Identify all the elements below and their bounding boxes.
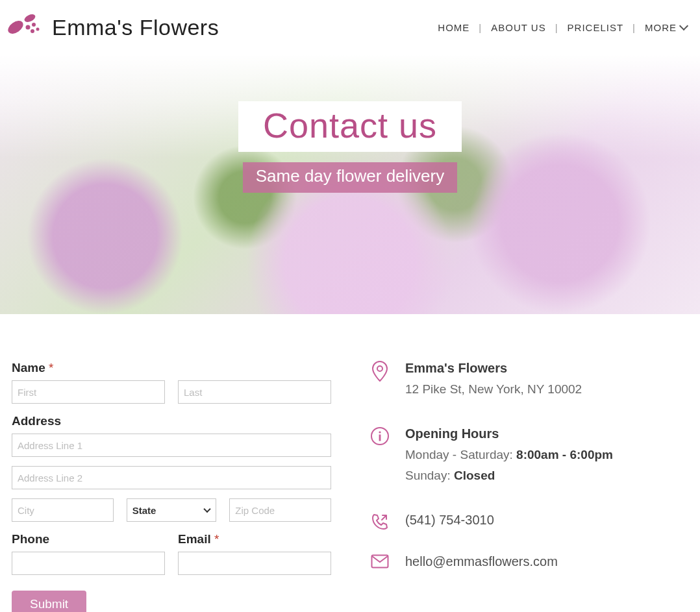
site-header: Emma's Flowers HOME | ABOUT US | PRICELI…	[0, 0, 700, 55]
business-address: 12 Pike St, New York, NY 10002	[405, 382, 688, 397]
required-mark: *	[214, 532, 219, 546]
required-mark: *	[49, 361, 53, 374]
content-section: Name * Address State Phone	[0, 314, 700, 612]
nav-more-label: MORE	[645, 22, 677, 33]
nav-about[interactable]: ABOUT US	[490, 19, 547, 36]
hours-title: Opening Hours	[405, 426, 688, 441]
hero-subtitle-box: Same day flower delivery	[243, 162, 457, 193]
chevron-down-icon	[679, 21, 688, 31]
site-title: Emma's Flowers	[52, 15, 219, 40]
info-icon	[370, 426, 390, 489]
submit-button[interactable]: Submit	[12, 591, 86, 612]
name-label: Name *	[12, 361, 331, 375]
phone-label: Phone	[12, 532, 165, 546]
svg-point-2	[26, 25, 31, 30]
email-label: Email *	[178, 532, 331, 546]
envelope-icon	[370, 554, 390, 569]
state-select-wrap: State	[127, 498, 217, 522]
location-pin-icon	[370, 361, 390, 403]
last-name-input[interactable]	[178, 380, 331, 404]
phone-block: (541) 754-3010	[370, 513, 688, 531]
nav-more[interactable]: MORE	[644, 19, 688, 36]
svg-point-4	[31, 29, 34, 33]
city-input[interactable]	[12, 498, 114, 522]
address-line2-input[interactable]	[12, 466, 331, 489]
svg-point-6	[377, 366, 382, 371]
svg-point-3	[32, 23, 36, 27]
phone-input[interactable]	[12, 552, 165, 575]
phone-icon	[370, 513, 390, 531]
hero-banner: Contact us Same day flower delivery	[0, 55, 700, 314]
hours-sunday: Sunday: Closed	[405, 469, 688, 483]
address-label: Address	[12, 414, 331, 428]
svg-point-1	[23, 13, 37, 24]
hours-weekday: Monday - Saturday: 8:00am - 6:00pm	[405, 448, 688, 462]
address-line1-input[interactable]	[12, 434, 331, 457]
nav-pricelist[interactable]: PRICELIST	[566, 19, 625, 36]
brand: Emma's Flowers	[6, 12, 219, 43]
nav-separator: |	[471, 22, 490, 33]
email-address: hello@emmasflowers.com	[405, 554, 688, 569]
svg-point-5	[36, 28, 40, 31]
flower-logo-icon	[6, 12, 43, 43]
state-select[interactable]: State	[127, 498, 217, 522]
phone-number: (541) 754-3010	[405, 513, 688, 528]
hours-block: Opening Hours Monday - Saturday: 8:00am …	[370, 426, 688, 489]
nav-separator: |	[547, 22, 566, 33]
first-name-input[interactable]	[12, 380, 165, 404]
hero-subtitle: Same day flower delivery	[256, 166, 444, 186]
contact-form: Name * Address State Phone	[12, 361, 331, 612]
email-input[interactable]	[178, 552, 331, 575]
email-block: hello@emmasflowers.com	[370, 554, 688, 569]
zip-input[interactable]	[229, 498, 331, 522]
svg-point-0	[6, 18, 25, 36]
nav-separator: |	[625, 22, 644, 33]
hero-title-box: Contact us	[238, 101, 462, 152]
svg-point-8	[379, 431, 381, 433]
page-title: Contact us	[263, 105, 437, 145]
location-block: Emma's Flowers 12 Pike St, New York, NY …	[370, 361, 688, 403]
nav-home[interactable]: HOME	[436, 19, 471, 36]
main-nav: HOME | ABOUT US | PRICELIST | MORE	[436, 19, 688, 36]
business-info: Emma's Flowers 12 Pike St, New York, NY …	[370, 361, 688, 612]
business-name: Emma's Flowers	[405, 361, 688, 376]
svg-rect-9	[379, 435, 381, 441]
